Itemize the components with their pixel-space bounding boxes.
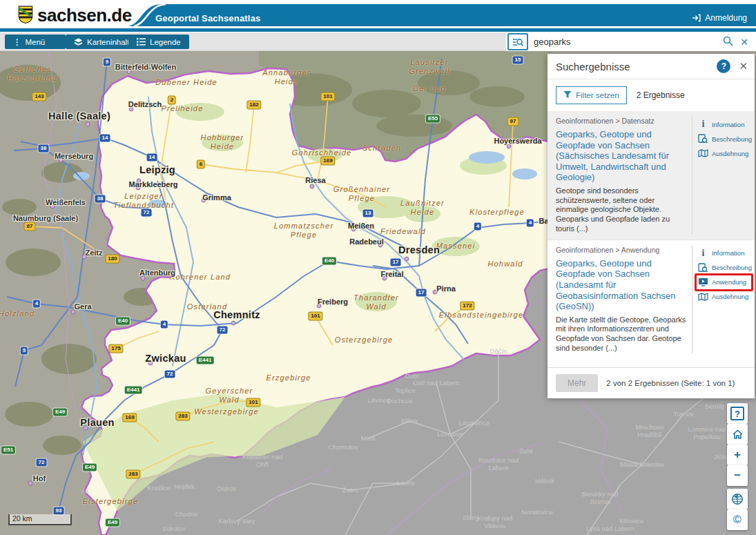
map-extent-icon [698,292,708,302]
panel-help-button[interactable]: ? [717,59,730,73]
search-input[interactable] [528,37,720,47]
search-icon[interactable] [720,36,735,48]
search-results-panel: Suchergebnisse ? ✕ Filter setzen 2 Ergeb… [547,54,755,398]
results-list: Geoinformationen > Datensatz Geoparks, G… [547,111,755,367]
information-action[interactable]: i Information [698,119,752,129]
zoom-out-button[interactable]: − [727,465,748,486]
results-count: 2 Ergebnisse [637,90,685,100]
application-play-icon [698,278,708,287]
document-magnifier-icon [698,134,708,144]
info-icon: i [698,119,708,129]
copyright-icon: © [733,514,742,526]
result-body: Geoinformationen > Anwendung Geoparks, G… [556,246,692,353]
result-description: Geotope sind besonders schützenswerte, s… [556,186,686,234]
toolbar: ⋮ Menü Karteninhalt Legende ✕ [0,32,756,51]
panel-close-button[interactable]: ✕ [739,60,748,72]
result-title-link[interactable]: Geoparks, Geotope und Geopfade von Sachs… [556,129,686,183]
menu-button[interactable]: ⋮ Menü [5,35,66,49]
info-icon: i [698,249,708,258]
result-breadcrumb: Geoinformationen > Datensatz [556,117,686,125]
list-icon [137,38,146,46]
description-action[interactable]: Beschreibung [698,134,752,144]
app-title: Geoportal Sachsenatlas [155,13,261,23]
map-extent-icon [698,148,708,158]
result-actions: i Information Beschreibung Anwendung [692,246,752,353]
login-button[interactable]: Anmeldung [692,13,747,23]
saxony-coat-of-arms-icon [18,6,33,26]
clear-search-icon[interactable]: ✕ [735,37,753,48]
layers-icon [74,38,83,46]
login-icon [692,14,701,22]
description-action[interactable]: Beschreibung [698,263,752,273]
result-body: Geoinformationen > Datensatz Geoparks, G… [556,117,692,234]
map-content-button[interactable]: Karteninhalt [66,35,137,49]
home-button[interactable] [727,424,748,445]
help-icon: ? [730,407,744,420]
panel-title: Suchergebnisse [556,61,717,72]
minus-icon: − [734,469,741,483]
result-title-link[interactable]: Geoparks, Geotope und Geopfade von Sachs… [556,258,686,312]
filter-icon [563,90,572,100]
sachsen-logo[interactable]: sachsen.de [18,5,132,26]
scale-label: 20 km [12,514,32,523]
extent-action[interactable]: Ausdehnung [698,292,752,302]
plus-icon: + [734,448,741,462]
logo-text: sachsen.de [37,5,132,26]
application-action-highlighted[interactable]: Anwendung [698,278,752,287]
result-item: Geoinformationen > Anwendung Geoparks, G… [547,240,755,359]
extent-action[interactable]: Ausdehnung [698,148,752,158]
filter-row: Filter setzen 2 Ergebnisse [547,79,755,111]
menu-dots-icon: ⋮ [13,37,21,47]
information-action[interactable]: i Information [698,249,752,258]
search-bar: ✕ [506,32,756,51]
result-description: Die Karte stellt die Geotope, Geoparks m… [556,315,686,353]
copyright-button[interactable]: © [727,509,748,530]
map-scalebar: 20 km [8,514,72,525]
zoom-in-button[interactable]: + [727,445,748,465]
pagination-text: 2 von 2 Ergebnissen (Seite: 1 von 1) [606,379,735,387]
help-button[interactable]: ? [727,403,748,424]
header-stripe [0,28,756,32]
panel-header: Suchergebnisse ? ✕ [547,54,755,79]
legend-button[interactable]: Legende [128,35,189,49]
home-icon [732,429,744,440]
more-button[interactable]: Mehr [556,374,598,392]
document-magnifier-icon [698,263,708,273]
set-filter-button[interactable]: Filter setzen [556,86,627,104]
overview-map-button[interactable] [727,489,748,509]
panel-footer: Mehr 2 von 2 Ergebnissen (Seite: 1 von 1… [547,367,755,398]
globe-icon [731,493,744,505]
result-item: Geoinformationen > Datensatz Geoparks, G… [547,111,755,240]
advanced-search-button[interactable] [507,33,528,50]
app-header: Geoportal Sachsenatlas Anmeldung sachsen… [0,0,756,32]
result-actions: i Information Beschreibung Ausdehnung [692,117,752,234]
result-breadcrumb: Geoinformationen > Anwendung [556,246,686,254]
geoportal-app: Östliches HarzvorlandDübener HeideAnnabu… [0,0,756,535]
